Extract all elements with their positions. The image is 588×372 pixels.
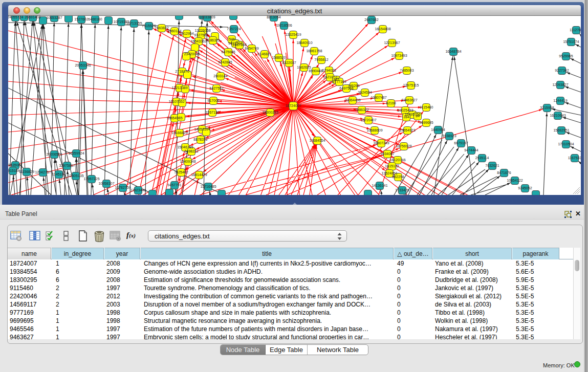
svg-text:10653287: 10653287	[46, 16, 62, 19]
svg-text:6794028: 6794028	[322, 69, 336, 72]
svg-text:10854122: 10854122	[507, 179, 522, 182]
svg-text:62160: 62160	[386, 101, 396, 105]
svg-text:9457791: 9457791	[167, 183, 181, 187]
svg-text:8322037: 8322037	[282, 61, 296, 64]
svg-text:12042757: 12042757	[35, 170, 51, 174]
svg-text:14353594: 14353594	[194, 127, 210, 131]
svg-text:20691406: 20691406	[25, 16, 40, 19]
svg-text:20053346: 20053346	[75, 63, 91, 67]
svg-text:2935114: 2935114	[475, 156, 489, 160]
svg-text:9115460: 9115460	[420, 105, 433, 109]
svg-text:1640954: 1640954	[431, 128, 445, 132]
svg-text:16713155: 16713155	[126, 21, 142, 25]
svg-text:15046785: 15046785	[177, 145, 193, 149]
svg-text:12093827: 12093827	[552, 83, 568, 86]
svg-text:6466160: 6466160	[88, 17, 102, 21]
svg-text:16961758: 16961758	[306, 49, 322, 53]
svg-text:10807487: 10807487	[371, 96, 386, 99]
svg-text:16543362: 16543362	[190, 39, 206, 43]
svg-text:10756928: 10756928	[396, 144, 411, 148]
svg-text:10958107: 10958107	[98, 182, 114, 185]
svg-text:2718170: 2718170	[175, 70, 189, 73]
svg-text:3267130: 3267130	[205, 111, 219, 114]
svg-text:18724007: 18724007	[285, 104, 301, 107]
svg-text:19463627: 19463627	[401, 98, 417, 102]
svg-text:1145194: 1145194	[52, 172, 66, 176]
svg-text:1112786: 1112786	[570, 28, 581, 32]
svg-text:16648784: 16648784	[445, 50, 461, 53]
svg-text:13325419: 13325419	[285, 33, 301, 36]
svg-text:9375685: 9375685	[221, 50, 235, 54]
svg-text:10782759: 10782759	[115, 186, 130, 189]
svg-text:16120746: 16120746	[389, 158, 405, 162]
svg-text:9529965: 9529965	[559, 54, 573, 58]
svg-text:7357224: 7357224	[227, 27, 241, 31]
svg-text:17359924: 17359924	[68, 151, 84, 155]
svg-text:12213967: 12213967	[384, 41, 400, 45]
svg-text:1662625: 1662625	[297, 65, 311, 69]
svg-text:1244419: 1244419	[553, 99, 567, 102]
svg-text:13226058: 13226058	[194, 29, 210, 32]
svg-text:3215958: 3215958	[540, 106, 554, 110]
svg-text:8535061: 8535061	[8, 163, 22, 167]
svg-text:8878372: 8878372	[193, 138, 207, 141]
svg-text:9245052: 9245052	[518, 186, 532, 190]
svg-text:3624534: 3624534	[358, 91, 372, 94]
svg-text:9146821: 9146821	[257, 52, 271, 56]
svg-text:546: 546	[229, 37, 235, 41]
svg-text:15692951: 15692951	[553, 128, 569, 132]
svg-text:2687682: 2687682	[364, 18, 378, 21]
svg-text:10688609: 10688609	[366, 128, 382, 132]
svg-text:10025433: 10025433	[397, 108, 413, 112]
svg-text:6679197: 6679197	[454, 141, 468, 145]
svg-text:8427552: 8427552	[209, 86, 223, 90]
svg-text:15751074: 15751074	[563, 40, 579, 43]
svg-text:18640910: 18640910	[296, 41, 312, 45]
svg-text:852254: 852254	[392, 175, 404, 179]
svg-text:9227342: 9227342	[555, 69, 569, 72]
svg-text:19166825: 19166825	[171, 131, 187, 135]
svg-text:1167533: 1167533	[568, 156, 581, 160]
svg-text:32975867: 32975867	[59, 164, 75, 167]
svg-text:9777169: 9777169	[332, 80, 346, 83]
svg-text:7955812: 7955812	[314, 58, 328, 61]
svg-text:20364436: 20364436	[344, 98, 360, 102]
svg-text:8912954: 8912954	[180, 32, 193, 35]
svg-text:9474444: 9474444	[464, 148, 478, 152]
svg-text:2803144: 2803144	[213, 74, 227, 78]
svg-text:7632621: 7632621	[485, 164, 499, 167]
svg-text:20206576: 20206576	[46, 152, 62, 156]
svg-text:1588520: 1588520	[272, 56, 286, 59]
svg-text:7663822: 7663822	[155, 26, 168, 30]
svg-text:1733426: 1733426	[395, 188, 409, 192]
svg-text:11156829: 11156829	[19, 170, 34, 173]
svg-text:19654985: 19654985	[166, 116, 182, 120]
svg-text:2867608: 2867608	[232, 43, 246, 47]
svg-text:3498222: 3498222	[184, 149, 198, 153]
svg-text:1615132: 1615132	[385, 164, 399, 168]
svg-text:12923446: 12923446	[130, 188, 146, 192]
svg-text:19654923: 19654923	[399, 128, 415, 132]
svg-text:9327503: 9327503	[194, 33, 208, 37]
svg-text:16154808: 16154808	[375, 27, 390, 31]
svg-text:19384554: 19384554	[309, 139, 325, 142]
svg-text:16914479: 16914479	[191, 173, 207, 177]
svg-text:10107552: 10107552	[168, 100, 184, 103]
svg-text:18300233: 18300233	[262, 111, 278, 114]
svg-text:16210643: 16210643	[550, 114, 565, 117]
svg-text:8813054: 8813054	[267, 16, 280, 19]
svg-text:15716485: 15716485	[200, 185, 216, 188]
svg-text:5938923: 5938923	[442, 134, 456, 138]
svg-text:18807249: 18807249	[373, 141, 389, 145]
svg-text:9699695: 9699695	[419, 121, 433, 124]
svg-text:84: 84	[416, 114, 420, 118]
svg-text:13524851: 13524851	[381, 171, 397, 175]
svg-text:24055724: 24055724	[8, 16, 24, 19]
svg-text:15720407: 15720407	[360, 118, 376, 122]
svg-text:14136141: 14136141	[372, 184, 387, 187]
svg-text:7485003: 7485003	[400, 69, 413, 72]
svg-text:8186323: 8186323	[206, 38, 220, 42]
svg-text:746266: 746266	[347, 84, 359, 87]
svg-text:284: 284	[403, 115, 409, 119]
svg-text:15409348: 15409348	[180, 160, 195, 163]
